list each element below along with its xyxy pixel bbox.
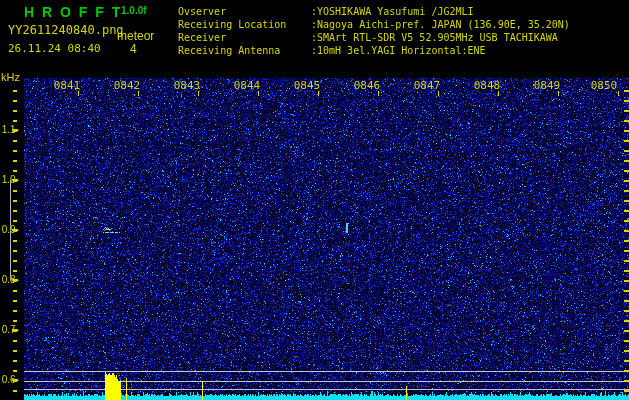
freq-tick-label-0.7: 0.7- <box>0 324 19 335</box>
freq-tick-label-0.8: 0.8- <box>0 274 19 285</box>
output-filename: YY2611240840.png <box>8 23 124 37</box>
time-tick-label-0845: 0845 <box>292 80 322 91</box>
time-tick-label-0844: 0844 <box>232 80 262 91</box>
info-label: Receiver <box>178 31 311 44</box>
info-row-observer: Ovserver :YOSHIKAWA Yasufumi /JG2MLI <box>178 5 570 18</box>
info-label: Receiving Antenna <box>178 44 311 57</box>
info-value: :10mH 3el.YAGI Horizontal:ENE <box>311 44 486 57</box>
info-value: :YOSHIKAWA Yasufumi /JG2MLI <box>311 5 474 18</box>
info-row-antenna: Receiving Antenna :10mH 3el.YAGI Horizon… <box>178 44 570 57</box>
time-tick-label-0849: 0849 <box>532 80 562 91</box>
info-row-receiver: Receiver :SMArt RTL-SDR V5 52.905MHz USB… <box>178 31 570 44</box>
time-tick-label-0843: 0843 <box>172 80 202 91</box>
time-tick-label-0850: 0850 <box>589 80 619 91</box>
app-version: 1.0.0f <box>121 5 147 16</box>
time-tick-label-0842: 0842 <box>112 80 142 91</box>
freq-tick-label-1.0: 1.0- <box>0 174 19 185</box>
meteor-count: 4 <box>130 42 137 56</box>
info-label: Receiving Location <box>178 18 311 31</box>
app-logo: H R O F F T <box>24 4 122 20</box>
freq-tick-label-0.9: 0.9- <box>0 224 19 235</box>
freq-tick-label-0.6: 0.6- <box>0 374 19 385</box>
time-tick-label-0841: 0841 <box>52 80 82 91</box>
info-label: Ovserver <box>178 5 311 18</box>
time-tick-label-0847: 0847 <box>412 80 442 91</box>
spectrogram-canvas <box>0 0 629 400</box>
station-info: Ovserver :YOSHIKAWA Yasufumi /JG2MLI Rec… <box>178 5 570 57</box>
time-tick-label-0846: 0846 <box>352 80 382 91</box>
freq-axis-unit: kHz <box>1 71 20 83</box>
observation-datetime: 26.11.24 08:40 <box>8 42 101 55</box>
time-tick-label-0848: 0848 <box>472 80 502 91</box>
info-value: :SMArt RTL-SDR V5 52.905MHz USB TACHIKAW… <box>311 31 558 44</box>
freq-tick-label-1.1: 1.1- <box>0 124 19 135</box>
info-value: :Nagoya Aichi-pref. JAPAN (136.90E, 35.2… <box>311 18 570 31</box>
hrofft-window: H R O F F T 1.0.0f YY2611240840.png mete… <box>0 0 629 400</box>
mode-label: meteor <box>117 29 154 43</box>
info-row-location: Receiving Location :Nagoya Aichi-pref. J… <box>178 18 570 31</box>
